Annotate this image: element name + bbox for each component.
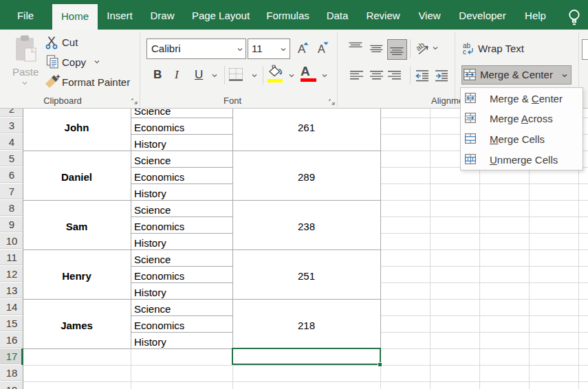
svg-text:c: c [463,48,466,55]
